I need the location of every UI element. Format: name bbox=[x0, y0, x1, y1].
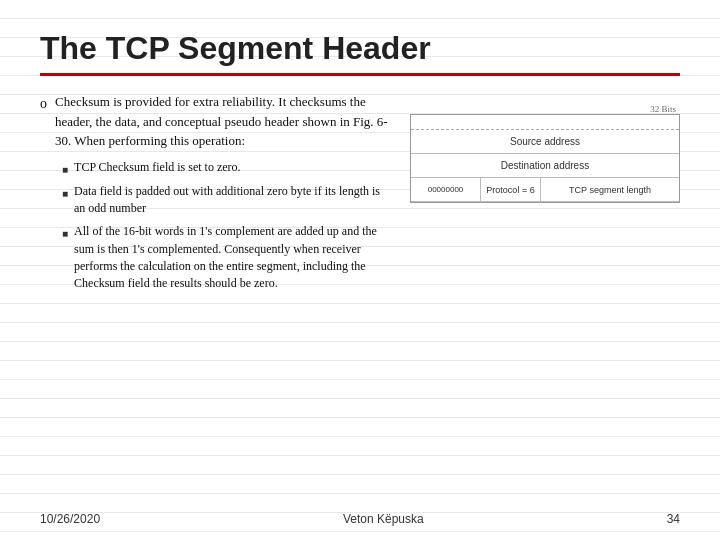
sub-bullet-3: ■ All of the 16-bit words in 1's complem… bbox=[62, 223, 390, 293]
footer: 10/26/2020 Veton Këpuska 34 bbox=[40, 512, 680, 526]
sub-bullet-1-text: TCP Checksum field is set to zero. bbox=[74, 159, 241, 176]
diagram-protocol-cell: Protocol = 6 bbox=[481, 178, 541, 201]
sub-bullet-3-dot: ■ bbox=[62, 226, 68, 241]
sub-bullet-2-text: Data field is padded out with additional… bbox=[74, 183, 390, 218]
footer-author: Veton Këpuska bbox=[343, 512, 424, 526]
diagram-split-row: 00000000 Protocol = 6 TCP segment length bbox=[411, 178, 679, 202]
diagram-dest-row: Destination address bbox=[411, 154, 679, 178]
right-column: 32 Bits Source address Destination addre… bbox=[410, 92, 680, 299]
sub-bullet-1: ■ TCP Checksum field is set to zero. bbox=[62, 159, 390, 177]
title-underline bbox=[40, 73, 680, 76]
main-bullet-dot: o bbox=[40, 93, 47, 114]
main-bullet-text: Checksum is provided for extra reliabili… bbox=[55, 92, 390, 151]
left-column: o Checksum is provided for extra reliabi… bbox=[40, 92, 390, 299]
diagram-zeroes-cell: 00000000 bbox=[411, 178, 481, 201]
sub-bullets-list: ■ TCP Checksum field is set to zero. ■ D… bbox=[62, 159, 390, 293]
footer-page: 34 bbox=[667, 512, 680, 526]
bits-label: 32 Bits bbox=[410, 102, 680, 114]
sub-bullet-3-text: All of the 16-bit words in 1's complemen… bbox=[74, 223, 390, 293]
sub-bullet-2: ■ Data field is padded out with addition… bbox=[62, 183, 390, 218]
diagram-header-row bbox=[411, 115, 679, 130]
diagram-source-row: Source address bbox=[411, 130, 679, 154]
main-bullet: o Checksum is provided for extra reliabi… bbox=[40, 92, 390, 151]
tcp-diagram: Source address Destination address 00000… bbox=[410, 114, 680, 203]
footer-date: 10/26/2020 bbox=[40, 512, 100, 526]
sub-bullet-1-dot: ■ bbox=[62, 162, 68, 177]
diagram-length-cell: TCP segment length bbox=[541, 178, 679, 201]
page-title: The TCP Segment Header bbox=[40, 30, 680, 67]
sub-bullet-2-dot: ■ bbox=[62, 186, 68, 201]
